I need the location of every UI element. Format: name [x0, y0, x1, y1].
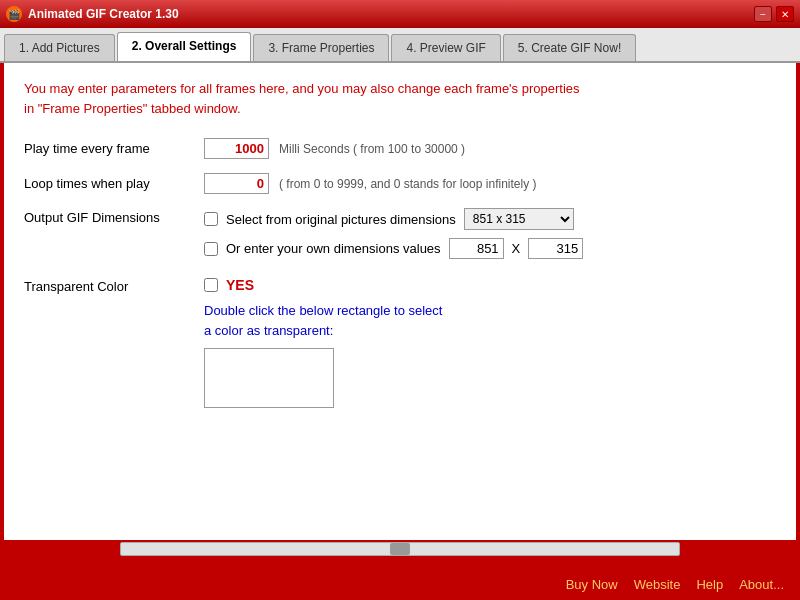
main-content: You may enter parameters for all frames …	[4, 63, 796, 540]
minimize-button[interactable]: −	[754, 6, 772, 22]
custom-dimensions-checkbox[interactable]	[204, 242, 218, 256]
tab-frame-properties[interactable]: 3. Frame Properties	[253, 34, 389, 61]
info-line1: You may enter parameters for all frames …	[24, 79, 776, 99]
select-original-row: Select from original pictures dimensions…	[204, 208, 583, 230]
tab-bar: 1. Add Pictures 2. Overall Settings 3. F…	[0, 28, 800, 63]
bottom-bar: Buy Now Website Help About...	[0, 540, 800, 600]
scrollbar-track[interactable]	[120, 542, 680, 556]
title-controls: − ✕	[754, 6, 794, 22]
title-bar-left: 🎬 Animated GIF Creator 1.30	[6, 6, 179, 22]
info-text: You may enter parameters for all frames …	[24, 79, 776, 118]
transparent-checkbox[interactable]	[204, 278, 218, 292]
dimensions-options: Select from original pictures dimensions…	[204, 208, 583, 259]
tab-create-gif[interactable]: 5. Create GIF Now!	[503, 34, 636, 61]
loop-times-label: Loop times when play	[24, 176, 194, 191]
scrollbar-thumb[interactable]	[390, 543, 410, 555]
loop-times-hint: ( from 0 to 9999, and 0 stands for loop …	[279, 177, 536, 191]
transparent-yes-text: YES	[226, 277, 254, 293]
tab-overall-settings[interactable]: 2. Overall Settings	[117, 32, 252, 61]
app-title: Animated GIF Creator 1.30	[28, 7, 179, 21]
transparent-hint: Double click the below rectangle to sele…	[204, 301, 442, 340]
title-bar: 🎬 Animated GIF Creator 1.30 − ✕	[0, 0, 800, 28]
about-link[interactable]: About...	[739, 577, 784, 592]
dimensions-dropdown[interactable]: 851 x 315 800 x 600 640 x 480 320 x 240	[464, 208, 574, 230]
app-icon: 🎬	[6, 6, 22, 22]
scrollbar-area	[0, 540, 800, 558]
form-section: Play time every frame Milli Seconds ( fr…	[24, 138, 776, 408]
transparent-color-rect[interactable]	[204, 348, 334, 408]
play-time-row: Play time every frame Milli Seconds ( fr…	[24, 138, 776, 159]
output-dimensions-section: Output GIF Dimensions Select from origin…	[24, 208, 776, 259]
play-time-input[interactable]	[204, 138, 269, 159]
custom-width-input[interactable]	[449, 238, 504, 259]
transparent-hint-line1: Double click the below rectangle to sele…	[204, 301, 442, 321]
select-original-checkbox[interactable]	[204, 212, 218, 226]
transparent-color-label: Transparent Color	[24, 277, 194, 294]
tab-preview-gif[interactable]: 4. Preview GIF	[391, 34, 500, 61]
loop-times-input[interactable]	[204, 173, 269, 194]
website-link[interactable]: Website	[634, 577, 681, 592]
info-line2: in "Frame Properties" tabbed window.	[24, 99, 776, 119]
buy-now-link[interactable]: Buy Now	[566, 577, 618, 592]
transparent-hint-line2: a color as transparent:	[204, 321, 442, 341]
play-time-hint: Milli Seconds ( from 100 to 30000 )	[279, 142, 465, 156]
transparent-content: YES Double click the below rectangle to …	[204, 277, 442, 408]
transparent-color-section: Transparent Color YES Double click the b…	[24, 277, 776, 408]
play-time-label: Play time every frame	[24, 141, 194, 156]
select-original-label: Select from original pictures dimensions	[226, 212, 456, 227]
loop-times-row: Loop times when play ( from 0 to 9999, a…	[24, 173, 776, 194]
custom-dimensions-label: Or enter your own dimensions values	[226, 241, 441, 256]
transparent-yes-row: YES	[204, 277, 442, 293]
dimensions-label: Output GIF Dimensions	[24, 208, 194, 225]
help-link[interactable]: Help	[696, 577, 723, 592]
bottom-links: Buy Now Website Help About...	[0, 577, 800, 600]
close-button[interactable]: ✕	[776, 6, 794, 22]
tab-add-pictures[interactable]: 1. Add Pictures	[4, 34, 115, 61]
custom-dimensions-row: Or enter your own dimensions values X	[204, 238, 583, 259]
custom-height-input[interactable]	[528, 238, 583, 259]
x-separator: X	[512, 241, 521, 256]
